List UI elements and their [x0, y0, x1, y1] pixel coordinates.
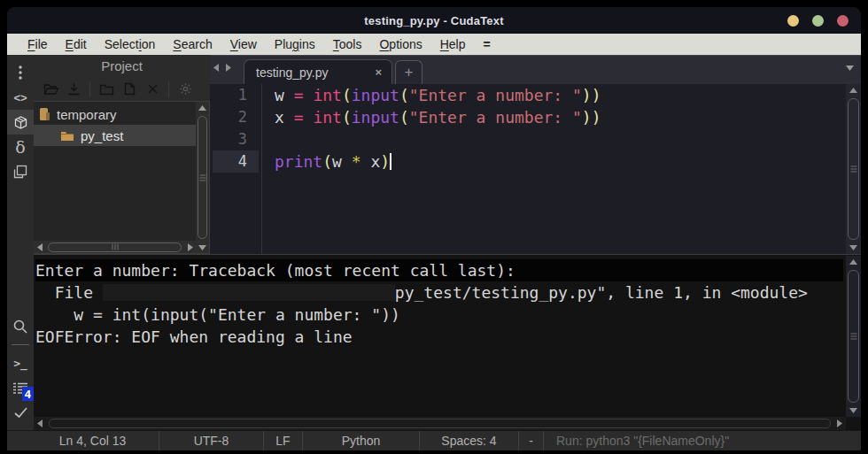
scroll-up-icon[interactable]: [846, 256, 861, 269]
console-panel[interactable]: Enter a number: Traceback (most recent c…: [34, 254, 861, 430]
add-folder-icon[interactable]: [97, 80, 116, 99]
project-panel-title: Project: [34, 55, 210, 77]
project-root-icon: [39, 107, 50, 121]
editor-gutter: 1234: [210, 84, 262, 254]
code-line-1[interactable]: w = int(input("Enter a number: ")): [275, 84, 861, 106]
add-file-icon[interactable]: [120, 80, 139, 99]
code-line-4[interactable]: print(w * x): [275, 150, 861, 173]
tab-scroll-buttons: [213, 64, 231, 72]
tabs-scroll-right-icon[interactable]: [226, 64, 231, 72]
folder-icon: [60, 130, 74, 142]
toolbar-separator: [89, 81, 90, 97]
line-number: 3: [210, 128, 261, 150]
project-settings-icon[interactable]: [175, 80, 195, 99]
console-line-1[interactable]: Enter a number: Traceback (most recent c…: [35, 259, 843, 281]
status-cell-2[interactable]: UTF-8: [159, 431, 264, 450]
menu-item-file[interactable]: File: [19, 37, 56, 51]
editor-area: testing_py.py × + 1234 w = int(input("En…: [210, 55, 861, 254]
activity-separator: [12, 344, 29, 345]
tree-item-temporary[interactable]: temporary: [34, 104, 209, 125]
console-line-4[interactable]: EOFError: EOF when reading a line: [35, 326, 843, 348]
scroll-up-icon[interactable]: [846, 84, 861, 97]
status-cell-7[interactable]: Run: python3 "{FileNameOnly}": [544, 431, 861, 450]
text-cursor: [390, 153, 391, 170]
project-panel: Project: [34, 55, 210, 254]
menu-item-view[interactable]: View: [222, 37, 265, 51]
tree-hscrollbar[interactable]: [34, 241, 196, 253]
line-number: 1: [210, 84, 261, 106]
validate-icon[interactable]: [7, 400, 34, 425]
code-editor[interactable]: w = int(input("Enter a number: "))x = in…: [262, 84, 861, 254]
status-cell-3[interactable]: LF: [264, 431, 303, 450]
scroll-right-icon[interactable]: [833, 419, 846, 427]
tab-close-icon[interactable]: ×: [372, 65, 384, 79]
window-title: testing_py.py - CudaText: [364, 14, 503, 27]
menu-item-tools[interactable]: Tools: [325, 37, 370, 51]
status-cell-6[interactable]: -: [519, 431, 544, 450]
main-menu-icon[interactable]: [7, 60, 34, 85]
redacted-path: [103, 284, 395, 301]
maximize-button[interactable]: [812, 15, 824, 27]
tab-testing-py[interactable]: testing_py.py ×: [244, 59, 392, 84]
project-toolbar: [34, 77, 210, 101]
scroll-up-icon[interactable]: [196, 102, 209, 114]
remove-node-icon[interactable]: [143, 80, 162, 99]
tabs-scroll-left-icon[interactable]: [213, 64, 219, 72]
line-number: 4: [213, 150, 259, 173]
toolbar-separator: [168, 81, 169, 97]
terminal-icon[interactable]: >_: [7, 350, 34, 375]
scroll-left-icon[interactable]: [34, 241, 46, 253]
code-tree-icon[interactable]: <>: [7, 85, 34, 110]
tabs-list-icon[interactable]: [7, 159, 34, 184]
scroll-down-icon[interactable]: [846, 404, 861, 417]
tree-vscrollbar[interactable]: [196, 102, 209, 253]
open-project-icon[interactable]: [41, 80, 60, 99]
menu-bar: FileEditSelectionSearchViewPluginsToolsO…: [7, 34, 861, 55]
menu-item-[interactable]: =: [476, 37, 499, 51]
tree-item-label: py_test: [81, 128, 123, 143]
tab-list-dropdown-icon[interactable]: [846, 65, 854, 71]
close-button[interactable]: [837, 15, 849, 27]
status-bar: Ln 4, Col 13UTF-8LFPythonSpaces: 4-Run: …: [7, 430, 861, 450]
console-hscrollbar[interactable]: [34, 417, 846, 430]
scroll-down-icon[interactable]: [196, 241, 209, 253]
cudatext-window: testing_py.py - CudaText FileEditSelecti…: [7, 7, 861, 450]
menu-item-help[interactable]: Help: [432, 37, 474, 51]
save-project-icon[interactable]: [64, 80, 83, 99]
activity-bar: <> δ >_ 4: [7, 55, 34, 430]
menu-item-plugins[interactable]: Plugins: [267, 37, 323, 51]
tab-label: testing_py.py: [256, 65, 372, 80]
menu-item-selection[interactable]: Selection: [97, 37, 164, 51]
scroll-left-icon[interactable]: [34, 419, 47, 427]
scroll-right-icon[interactable]: [183, 241, 196, 253]
menu-item-search[interactable]: Search: [165, 37, 220, 51]
console-vscrollbar[interactable]: [846, 256, 861, 417]
console-line-3[interactable]: w = int(input("Enter a number: ")): [35, 304, 843, 326]
editor-vscrollbar[interactable]: [846, 84, 861, 254]
status-cell-5[interactable]: Spaces: 4: [420, 431, 519, 450]
console-line-2[interactable]: File py_test/testing_py.py", line 1, in …: [35, 281, 843, 304]
snippets-icon[interactable]: δ: [7, 135, 34, 159]
code-line-3[interactable]: [275, 128, 861, 150]
project-icon[interactable]: [7, 110, 34, 135]
code-line-2[interactable]: x = int(input("Enter a number: ")): [275, 106, 861, 128]
status-cell-1[interactable]: Ln 4, Col 13: [27, 431, 159, 450]
menu-item-options[interactable]: Options: [371, 37, 430, 51]
scroll-down-icon[interactable]: [846, 241, 861, 254]
status-cell-4[interactable]: Python: [303, 431, 420, 450]
title-bar[interactable]: testing_py.py - CudaText: [7, 7, 861, 34]
output-panel-icon[interactable]: 4: [7, 375, 34, 400]
project-tree: temporary py_test: [34, 101, 210, 254]
menu-item-edit[interactable]: Edit: [58, 37, 95, 51]
tree-item-label: temporary: [57, 107, 117, 122]
search-icon[interactable]: [7, 314, 34, 339]
new-tab-button[interactable]: +: [395, 60, 422, 84]
tree-item-py-test[interactable]: py_test: [34, 125, 209, 146]
output-count-badge: 4: [22, 387, 34, 401]
window-controls: [787, 7, 849, 34]
line-number: 2: [210, 106, 261, 128]
tab-strip: testing_py.py × +: [210, 55, 861, 84]
minimize-button[interactable]: [787, 15, 799, 27]
